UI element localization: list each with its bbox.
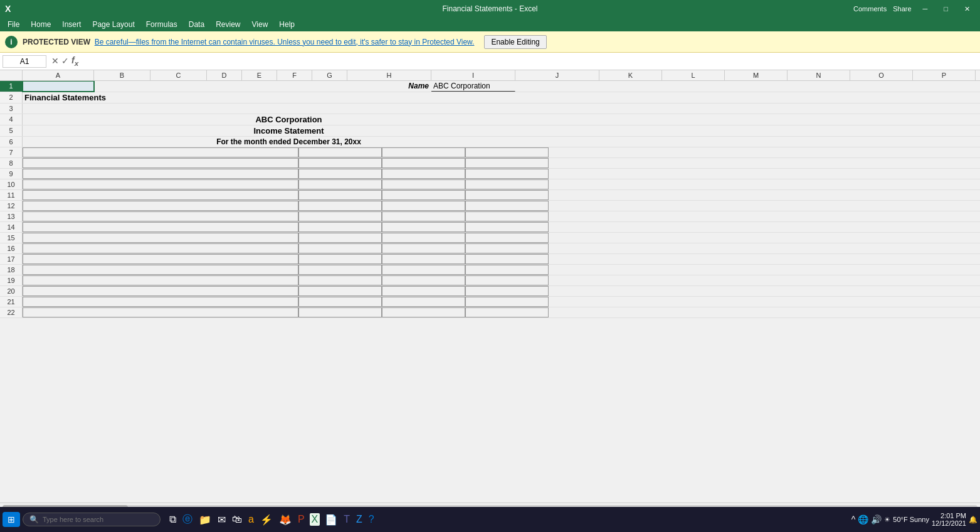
cell-num-14-1[interactable]	[382, 222, 465, 232]
start-button[interactable]: ⊞	[3, 512, 20, 527]
cell-n2[interactable]	[851, 92, 914, 103]
cell-d3[interactable]	[207, 104, 242, 114]
cell-o4[interactable]	[806, 114, 869, 125]
col-header-m[interactable]: M	[725, 70, 788, 80]
chevron-up-icon[interactable]: ^	[851, 514, 856, 524]
cell-c3[interactable]	[150, 104, 207, 114]
cell-extra-14-5[interactable]	[862, 222, 925, 232]
cell-extra-16-0[interactable]	[549, 243, 611, 253]
cell-extra-17-1[interactable]	[611, 254, 674, 264]
cell-desc-14[interactable]	[23, 222, 298, 232]
cell-extra-8-2[interactable]	[674, 158, 737, 168]
cell-desc-18[interactable]	[23, 265, 298, 275]
cell-a2[interactable]: Financial Statements	[23, 92, 211, 103]
cell-extra-13-2[interactable]	[674, 211, 737, 221]
cell-o2[interactable]	[914, 92, 977, 103]
cell-extra-7-1[interactable]	[611, 147, 674, 157]
cell-desc-11[interactable]	[23, 190, 298, 200]
cell-extra-19-3[interactable]	[737, 275, 799, 285]
cell-a6-period[interactable]: For the month ended December 31, 20xx	[23, 137, 556, 147]
formula-input[interactable]	[83, 57, 977, 66]
cell-h1-name-label[interactable]: Name	[347, 81, 431, 92]
cell-num-15-1[interactable]	[382, 233, 465, 243]
cell-extra-19-4[interactable]	[799, 275, 862, 285]
cell-desc-12[interactable]	[23, 201, 298, 211]
cell-g2[interactable]	[376, 92, 411, 103]
cell-b1[interactable]	[94, 81, 150, 92]
cell-extra-15-5[interactable]	[862, 233, 925, 243]
insert-function-icon[interactable]: fx	[71, 55, 78, 67]
cell-q5[interactable]	[932, 125, 980, 136]
cell-extra-19-0[interactable]	[549, 275, 611, 285]
cell-i2[interactable]	[495, 92, 579, 103]
cell-m5[interactable]	[681, 125, 744, 136]
cell-extra-10-2[interactable]	[674, 179, 737, 189]
cell-num-12-2[interactable]	[465, 201, 549, 211]
cell-extra-8-1[interactable]	[611, 158, 674, 168]
cell-extra-18-4[interactable]	[799, 265, 862, 275]
cell-c1[interactable]	[150, 81, 207, 92]
cell-extra-18-5[interactable]	[862, 265, 925, 275]
cell-extra-11-2[interactable]	[674, 190, 737, 200]
cell-num-15-2[interactable]	[465, 233, 549, 243]
cell-num-7-2[interactable]	[465, 147, 549, 157]
cell-o5[interactable]	[806, 125, 869, 136]
pdf-icon[interactable]: 📄	[324, 513, 339, 527]
cell-num-22-0[interactable]	[298, 307, 382, 317]
cell-num-8-2[interactable]	[465, 158, 549, 168]
cell-num-8-1[interactable]	[382, 158, 465, 168]
cell-desc-13[interactable]	[23, 211, 298, 221]
cell-a3[interactable]	[23, 104, 94, 114]
comments-button[interactable]: Comments	[853, 5, 887, 13]
col-header-g[interactable]: G	[312, 70, 347, 80]
cell-extra-9-5[interactable]	[862, 169, 925, 179]
cell-n5[interactable]	[744, 125, 806, 136]
cell-l6[interactable]	[618, 137, 681, 147]
cell-num-21-0[interactable]	[298, 297, 382, 307]
powerpoint-icon[interactable]: P	[297, 513, 306, 526]
cell-extra-21-2[interactable]	[674, 297, 737, 307]
cell-num-8-0[interactable]	[298, 158, 382, 168]
cell-num-13-1[interactable]	[382, 211, 465, 221]
menu-file[interactable]: File	[3, 19, 24, 30]
cell-num-11-1[interactable]	[382, 190, 465, 200]
cell-o1[interactable]	[850, 81, 913, 92]
cell-a4-company[interactable]: ABC Corporation	[23, 114, 556, 125]
cell-k3[interactable]	[599, 104, 662, 114]
cell-num-14-0[interactable]	[298, 222, 382, 232]
cell-num-20-0[interactable]	[298, 286, 382, 296]
firefox-icon[interactable]: 🦊	[278, 513, 293, 527]
cell-p4[interactable]	[869, 114, 932, 125]
cell-g3[interactable]	[312, 104, 347, 114]
cancel-formula-icon[interactable]: ✕	[51, 56, 59, 66]
cell-n6[interactable]	[744, 137, 806, 147]
cell-num-20-2[interactable]	[465, 286, 549, 296]
col-header-j[interactable]: J	[515, 70, 599, 80]
cell-extra-21-5[interactable]	[862, 297, 925, 307]
cell-extra-22-3[interactable]	[737, 307, 799, 317]
cell-num-11-0[interactable]	[298, 190, 382, 200]
cell-extra-10-3[interactable]	[737, 179, 799, 189]
col-header-q[interactable]: Q	[976, 70, 980, 80]
cell-p6[interactable]	[869, 137, 932, 147]
col-header-k[interactable]: K	[599, 70, 662, 80]
cell-extra-21-0[interactable]	[549, 297, 611, 307]
cell-n4[interactable]	[744, 114, 806, 125]
cell-k4[interactable]	[556, 114, 618, 125]
cell-e3[interactable]	[242, 104, 277, 114]
cell-extra-16-5[interactable]	[862, 243, 925, 253]
cell-desc-15[interactable]	[23, 233, 298, 243]
cell-q3[interactable]	[976, 104, 980, 114]
cell-num-13-0[interactable]	[298, 211, 382, 221]
cell-l4[interactable]	[618, 114, 681, 125]
cell-q1[interactable]	[976, 81, 980, 92]
cell-f1[interactable]	[277, 81, 312, 92]
menu-formulas[interactable]: Formulas	[141, 19, 182, 30]
cell-num-10-1[interactable]	[382, 179, 465, 189]
cell-a1[interactable]	[23, 81, 94, 92]
cell-desc-20[interactable]	[23, 286, 298, 296]
cell-extra-10-4[interactable]	[799, 179, 862, 189]
cell-desc-16[interactable]	[23, 243, 298, 253]
maximize-button[interactable]: □	[939, 5, 953, 13]
cell-num-15-0[interactable]	[298, 233, 382, 243]
